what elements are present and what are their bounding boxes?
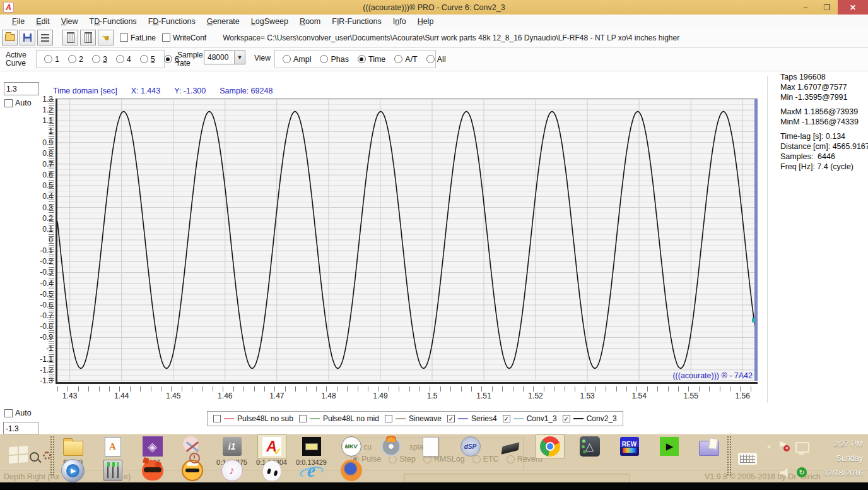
menu-room[interactable]: Room (294, 17, 326, 26)
folder-page-taskbar-button[interactable] (695, 434, 724, 458)
pick-button[interactable]: ☚ (98, 30, 114, 45)
curve-3[interactable]: 3 (92, 55, 107, 64)
document-taskbar-button[interactable] (416, 434, 445, 458)
curve-1-radio[interactable] (44, 55, 52, 63)
y-max-auto-row[interactable]: Auto (4, 99, 32, 107)
active-curve-label: ActiveCurve (6, 51, 26, 68)
writeconf-checkbox[interactable] (162, 33, 170, 42)
fox-taskbar-button[interactable] (138, 458, 167, 482)
acourate-taskbar-button[interactable]: A (257, 434, 286, 458)
mkv-taskbar-button[interactable]: MKV (337, 434, 366, 458)
legend-checkbox[interactable] (299, 415, 307, 422)
chevron-down-icon[interactable]: ▼ (234, 51, 245, 64)
start-button-windows-logo[interactable] (9, 446, 28, 464)
view-phas-radio[interactable] (320, 55, 328, 63)
curve-1[interactable]: 1 (44, 55, 59, 64)
close-button[interactable]: ✕ (838, 0, 868, 15)
menu-logsweep[interactable]: LogSweep (245, 17, 294, 26)
view-all-radio[interactable] (426, 55, 435, 63)
minimize-button[interactable]: – (795, 0, 816, 15)
burning-disc-taskbar-button[interactable] (377, 434, 406, 458)
save-button[interactable] (20, 30, 35, 45)
legend-checkbox[interactable]: ✓ (563, 415, 570, 422)
view-a-t-radio[interactable] (394, 55, 402, 63)
menu-fd-functions[interactable]: FD-Functions (143, 17, 201, 26)
plot-watermark: (((acourate))) ® - 7A42 (672, 371, 753, 380)
menu-edit[interactable]: Edit (30, 17, 56, 26)
wordpad-taskbar-button[interactable]: A (98, 434, 127, 458)
sync-icon[interactable]: ↻ (797, 467, 807, 477)
action-center-flag-icon[interactable]: ⚑ (778, 439, 787, 451)
keyboard-icon[interactable] (738, 453, 757, 465)
curve-2[interactable]: 2 (68, 55, 83, 64)
view-a-t[interactable]: A/T (394, 55, 417, 64)
ie-taskbar-button[interactable]: e (297, 458, 326, 482)
firefox-taskbar-button[interactable] (337, 458, 366, 482)
wedge-taskbar-button[interactable] (496, 434, 525, 458)
legend-checkbox[interactable]: ✓ (503, 415, 510, 422)
network-icon[interactable] (795, 442, 809, 453)
y-max-auto-checkbox[interactable] (4, 99, 13, 107)
purple-diamond-taskbar-button[interactable]: ◈ (138, 434, 167, 458)
curve-6-radio[interactable] (164, 55, 172, 63)
foobar-taskbar-button[interactable] (257, 458, 286, 482)
legend-checkbox[interactable] (213, 415, 221, 422)
curve-5-radio[interactable] (140, 55, 148, 63)
restore-button[interactable]: ❐ (816, 0, 838, 15)
folder-taskbar-button[interactable] (59, 434, 88, 458)
view-time[interactable]: Time (358, 55, 385, 64)
legend-checkbox[interactable] (385, 415, 392, 422)
menu-generate[interactable]: Generate (201, 17, 245, 26)
view-all[interactable]: All (426, 55, 446, 64)
green-play-taskbar-button[interactable]: ▶ (655, 434, 684, 458)
menu-info[interactable]: Info (387, 17, 412, 26)
y-min-input[interactable] (3, 422, 38, 435)
i1-profiler-taskbar-button[interactable]: i1 (218, 434, 247, 458)
menu-td-functions[interactable]: TD-Functions (84, 17, 143, 26)
open-button[interactable] (2, 30, 18, 45)
plot-area[interactable]: (((acourate))) ® - 7A42 (56, 99, 758, 384)
y-min-auto-row[interactable]: Auto (4, 409, 32, 417)
curve-2-radio[interactable] (68, 55, 76, 63)
clock-day: Sunday (823, 451, 863, 466)
menu-fir-functions[interactable]: FIR-Functions (326, 17, 387, 26)
legend-color-dash (396, 418, 406, 419)
media-player-taskbar-button[interactable] (59, 458, 88, 482)
clear-all-button[interactable] (80, 30, 96, 45)
x-tick-label: 1.54 (631, 391, 646, 400)
taskbar-item (689, 434, 729, 467)
taskbar-clock[interactable]: 2:27 PM Sunday 12/18/2016 (823, 437, 863, 481)
menu-file[interactable]: File (6, 17, 30, 26)
menu-view[interactable]: View (56, 17, 84, 26)
rew-taskbar-button[interactable]: REW (615, 434, 644, 458)
mixer-taskbar-button[interactable] (98, 458, 127, 482)
view-phas[interactable]: Phas (320, 55, 349, 64)
view-ampl-radio[interactable] (283, 55, 291, 63)
magnifier-icon[interactable] (30, 452, 39, 462)
itunes-taskbar-button[interactable]: ♪ (218, 458, 247, 482)
view-ampl[interactable]: Ampl (283, 55, 311, 64)
clear-curve-button[interactable] (62, 30, 78, 45)
curve-4[interactable]: 4 (116, 55, 131, 64)
dsp-taskbar-button[interactable]: dSP (456, 434, 485, 458)
y-min-auto-checkbox[interactable] (4, 409, 13, 417)
curve-list-button[interactable] (37, 30, 53, 45)
sample-rate-select[interactable]: 48000 ▼ (204, 51, 245, 64)
fatline-checkbox[interactable] (120, 33, 128, 42)
triangle-app-taskbar-button[interactable]: △ (575, 434, 604, 458)
chevron-up-icon[interactable]: ▴ (767, 441, 771, 450)
view-time-radio[interactable] (358, 55, 366, 63)
chrome-taskbar-button[interactable] (536, 434, 565, 458)
curve-3-radio[interactable] (92, 55, 100, 63)
curve-4-radio[interactable] (116, 55, 124, 63)
fatline-checkbox-row[interactable]: FatLine (120, 33, 156, 42)
menu-help[interactable]: Help (412, 17, 440, 26)
legend-color-dash (310, 418, 320, 419)
stopwatch-icon[interactable] (189, 453, 200, 463)
curve-5[interactable]: 5 (140, 55, 155, 64)
blackbox-taskbar-button[interactable] (297, 434, 326, 458)
writeconf-checkbox-row[interactable]: WriteConf (162, 33, 206, 42)
y-max-input[interactable] (4, 82, 39, 95)
y-max-auto-label: Auto (15, 99, 32, 107)
legend-checkbox[interactable]: ✓ (447, 415, 455, 422)
